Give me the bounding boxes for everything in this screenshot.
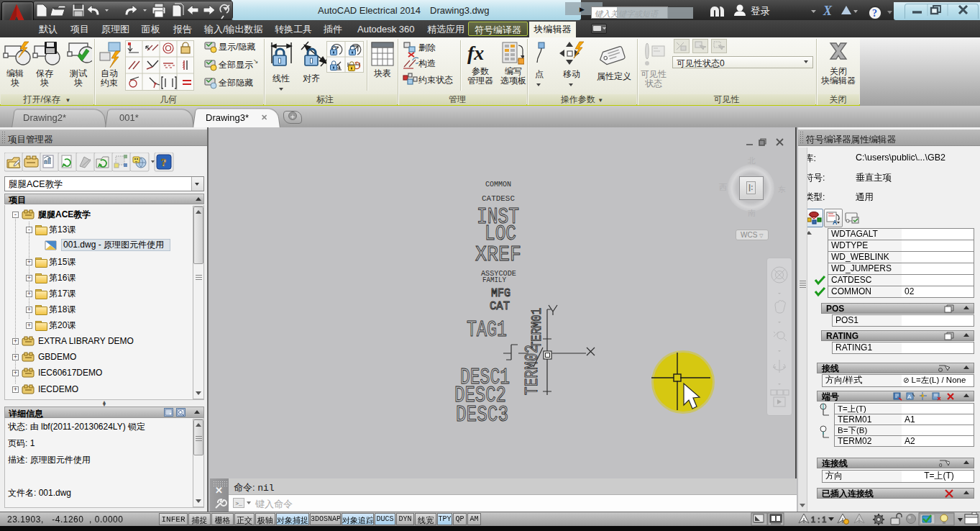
svg-text:TERM01: TERM01: [528, 308, 545, 348]
svg-text:A: A: [833, 219, 838, 226]
svg-text:1 : 1: 1 : 1: [811, 515, 826, 524]
svg-text:0: 0: [939, 462, 943, 468]
svg-text:DESC3: DESC3: [456, 402, 508, 427]
svg-text:MFG: MFG: [491, 286, 510, 300]
svg-text:TAG1: TAG1: [467, 317, 507, 342]
svg-text:登录: 登录: [751, 6, 770, 17]
svg-text:COMMON: COMMON: [485, 180, 511, 189]
svg-text:?: ?: [161, 157, 167, 168]
svg-text:CATDESC: CATDESC: [482, 194, 515, 203]
svg-text:X: X: [823, 4, 833, 18]
svg-text:FAMILY: FAMILY: [482, 276, 506, 284]
svg-text:XREF: XREF: [475, 242, 521, 267]
svg-text:A: A: [907, 394, 912, 400]
svg-text:?: ?: [872, 8, 877, 19]
svg-text:TERM02: TERM02: [521, 345, 543, 395]
svg-text:CAT: CAT: [490, 299, 510, 313]
